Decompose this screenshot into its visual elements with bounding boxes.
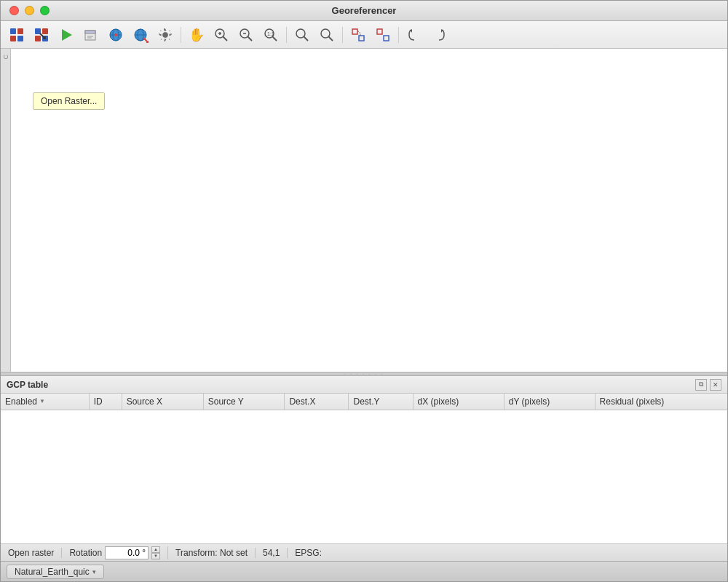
left-panel-label: C — [1, 52, 10, 63]
svg-rect-3 — [17, 36, 23, 41]
rotate-left-button[interactable] — [403, 24, 426, 46]
pan-right-button[interactable] — [315, 24, 339, 46]
taskbar-dropdown-arrow: ▾ — [92, 568, 96, 575]
svg-rect-8 — [35, 36, 41, 41]
svg-marker-10 — [62, 29, 72, 41]
gcp-header-icons: ⧉ ✕ — [695, 379, 721, 391]
toolbar: ✋ 1:1 — [1, 21, 727, 49]
svg-rect-12 — [85, 31, 95, 33]
left-panel: C — [1, 49, 11, 372]
open-raster-status: Open raster — [8, 548, 62, 558]
minimize-button[interactable] — [25, 6, 34, 15]
main-content: C Open Raster... · · · · · · · GCP table… — [1, 49, 727, 561]
rotation-spinner: ▲ ▼ — [151, 546, 160, 559]
zoom-in-button[interactable] — [210, 24, 233, 46]
col-source-x[interactable]: Source X — [122, 394, 203, 410]
rotation-status: Rotation ▲ ▼ — [62, 546, 168, 559]
rotation-up[interactable]: ▲ — [151, 546, 160, 553]
close-button[interactable] — [9, 6, 19, 15]
table-header-row: Enabled ▼ ID Source X Sourc — [1, 394, 727, 410]
svg-rect-40 — [352, 29, 357, 34]
gcp-table: Enabled ▼ ID Source X Sourc — [1, 394, 727, 410]
svg-rect-7 — [42, 28, 48, 34]
transform-status: Transform: Not set — [168, 548, 256, 558]
content-area: C Open Raster... — [1, 49, 727, 372]
gcp-table-header: GCP table ⧉ ✕ — [1, 376, 727, 394]
col-dy-pixels[interactable]: dY (pixels) — [504, 394, 595, 410]
move-gcp-button[interactable] — [30, 24, 53, 46]
separator-2 — [286, 27, 287, 43]
svg-line-29 — [223, 36, 228, 41]
gcp-table-title: GCP table — [7, 380, 48, 390]
col-source-y[interactable]: Source Y — [203, 394, 285, 410]
sort-arrow: ▼ — [39, 398, 45, 404]
from-map-button[interactable] — [104, 24, 127, 46]
title-bar: Georeferencer — [1, 1, 727, 21]
epsg-status: EPSG: — [288, 548, 329, 558]
georeferencer-window: Georeferencer — [0, 0, 728, 582]
canvas-area[interactable]: Open Raster... — [11, 49, 727, 372]
svg-rect-2 — [10, 36, 16, 41]
svg-point-36 — [296, 29, 305, 38]
gcp-panel: GCP table ⧉ ✕ Enabled ▼ — [1, 376, 727, 543]
separator-4 — [398, 27, 399, 43]
add-point-button[interactable] — [5, 24, 28, 46]
svg-point-38 — [321, 29, 330, 38]
col-dest-y[interactable]: Dest.Y — [349, 394, 413, 410]
open-raster-tooltip[interactable]: Open Raster... — [33, 92, 105, 110]
georef-button[interactable] — [129, 24, 152, 46]
rotation-down[interactable]: ▼ — [151, 553, 160, 559]
rotate-right-button[interactable] — [427, 24, 451, 46]
svg-rect-0 — [10, 28, 16, 34]
window-title: Georeferencer — [332, 5, 397, 16]
col-residual[interactable]: Residual (pixels) — [595, 394, 727, 410]
svg-line-32 — [248, 36, 253, 41]
svg-rect-42 — [377, 29, 382, 34]
transform-2-button[interactable] — [371, 24, 395, 46]
svg-line-34 — [273, 36, 277, 41]
svg-rect-43 — [384, 36, 389, 41]
col-dx-pixels[interactable]: dX (pixels) — [413, 394, 504, 410]
status-bar: Open raster Rotation ▲ ▼ Transform: Not … — [1, 543, 727, 561]
maximize-button[interactable] — [40, 6, 50, 15]
zoom-actual-button[interactable]: 1:1 — [259, 24, 282, 46]
taskbar: Natural_Earth_quic ▾ — [1, 561, 727, 581]
run-button[interactable] — [55, 24, 78, 46]
gcp-table-container[interactable]: Enabled ▼ ID Source X Sourc — [1, 394, 727, 543]
col-dest-x[interactable]: Dest.X — [285, 394, 349, 410]
gcp-float-button[interactable]: ⧉ — [695, 379, 707, 391]
transform-1-button[interactable] — [347, 24, 370, 46]
gcp-close-button[interactable]: ✕ — [710, 379, 721, 391]
svg-line-37 — [304, 36, 309, 41]
open-raster-button[interactable] — [79, 24, 103, 46]
svg-rect-1 — [17, 28, 23, 34]
coordinates-status: 54,1 — [256, 548, 288, 558]
zoom-out-button[interactable] — [234, 24, 258, 46]
rotation-control: Rotation ▲ ▼ — [69, 546, 160, 559]
svg-line-39 — [329, 36, 333, 41]
svg-rect-6 — [35, 28, 41, 34]
col-enabled[interactable]: Enabled ▼ — [1, 394, 89, 410]
settings-button[interactable] — [154, 24, 177, 46]
separator-1 — [181, 27, 181, 43]
separator-3 — [342, 27, 343, 43]
pan-button[interactable]: ✋ — [185, 24, 208, 46]
svg-text:1:1: 1:1 — [267, 31, 274, 36]
taskbar-natural-earth[interactable]: Natural_Earth_quic ▾ — [7, 565, 104, 579]
pan-left-button[interactable] — [290, 24, 314, 46]
col-id[interactable]: ID — [89, 394, 122, 410]
rotation-input[interactable] — [105, 546, 149, 559]
svg-rect-41 — [359, 36, 364, 41]
traffic-light-group — [9, 6, 50, 15]
svg-point-18 — [114, 33, 117, 36]
